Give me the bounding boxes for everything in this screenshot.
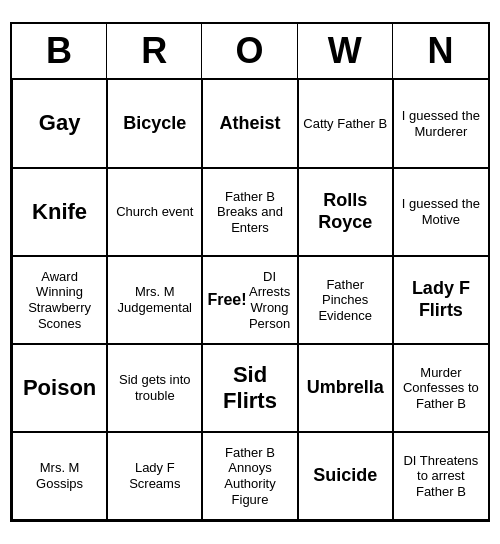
cell-text: DI Arrests Wrong Person <box>247 269 293 331</box>
header-letter: O <box>202 24 297 78</box>
cell-text: Father B Annoys Authority Figure <box>207 445 292 507</box>
bingo-cell[interactable]: Lady F Flirts <box>393 256 488 344</box>
bingo-cell[interactable]: Father Pinches Evidence <box>298 256 393 344</box>
cell-text: Catty Father B <box>303 116 387 132</box>
bingo-cell[interactable]: I guessed the Murderer <box>393 80 488 168</box>
bingo-cell[interactable]: Atheist <box>202 80 297 168</box>
cell-text: I guessed the Motive <box>398 196 484 227</box>
cell-text: Murder Confesses to Father B <box>398 365 484 412</box>
cell-text: Lady F Screams <box>112 460 197 491</box>
bingo-cell[interactable]: Mrs. M Judgemental <box>107 256 202 344</box>
bingo-cell[interactable]: Sid gets into trouble <box>107 344 202 432</box>
cell-text: Bicycle <box>123 113 186 135</box>
cell-text: Gay <box>39 110 81 136</box>
bingo-cell[interactable]: Free!DI Arrests Wrong Person <box>202 256 297 344</box>
cell-text: Father Pinches Evidence <box>303 277 388 324</box>
cell-text: Rolls Royce <box>303 190 388 233</box>
bingo-header: BROWN <box>12 24 488 80</box>
bingo-cell[interactable]: Mrs. M Gossips <box>12 432 107 520</box>
bingo-cell[interactable]: Poison <box>12 344 107 432</box>
header-letter: B <box>12 24 107 78</box>
cell-text: Mrs. M Judgemental <box>112 284 197 315</box>
cell-text: Sid Flirts <box>207 362 292 415</box>
bingo-cell[interactable]: Church event <box>107 168 202 256</box>
cell-text: Knife <box>32 199 87 225</box>
bingo-cell[interactable]: Award Winning Strawberry Scones <box>12 256 107 344</box>
bingo-cell[interactable]: Bicycle <box>107 80 202 168</box>
bingo-cell[interactable]: Murder Confesses to Father B <box>393 344 488 432</box>
bingo-cell[interactable]: Sid Flirts <box>202 344 297 432</box>
cell-text: Mrs. M Gossips <box>17 460 102 491</box>
cell-text: Sid gets into trouble <box>112 372 197 403</box>
bingo-cell[interactable]: Rolls Royce <box>298 168 393 256</box>
header-letter: R <box>107 24 202 78</box>
bingo-cell[interactable]: Lady F Screams <box>107 432 202 520</box>
bingo-card: BROWN GayBicycleAtheistCatty Father BI g… <box>10 22 490 522</box>
bingo-cell[interactable]: DI Threatens to arrest Father B <box>393 432 488 520</box>
cell-text: Umbrella <box>307 377 384 399</box>
cell-text: Award Winning Strawberry Scones <box>17 269 102 331</box>
bingo-grid: GayBicycleAtheistCatty Father BI guessed… <box>12 80 488 520</box>
bingo-cell[interactable]: Catty Father B <box>298 80 393 168</box>
bingo-cell[interactable]: I guessed the Motive <box>393 168 488 256</box>
bingo-cell[interactable]: Gay <box>12 80 107 168</box>
cell-text: Lady F Flirts <box>398 278 484 321</box>
bingo-cell[interactable]: Umbrella <box>298 344 393 432</box>
bingo-cell[interactable]: Knife <box>12 168 107 256</box>
bingo-cell[interactable]: Father B Annoys Authority Figure <box>202 432 297 520</box>
cell-text: I guessed the Murderer <box>398 108 484 139</box>
cell-text: DI Threatens to arrest Father B <box>398 453 484 500</box>
header-letter: W <box>298 24 393 78</box>
cell-text: Suicide <box>313 465 377 487</box>
cell-text: Atheist <box>219 113 280 135</box>
bingo-cell[interactable]: Father B Breaks and Enters <box>202 168 297 256</box>
bingo-cell[interactable]: Suicide <box>298 432 393 520</box>
cell-text: Poison <box>23 375 96 401</box>
cell-text: Father B Breaks and Enters <box>207 189 292 236</box>
cell-text: Church event <box>116 204 193 220</box>
header-letter: N <box>393 24 488 78</box>
